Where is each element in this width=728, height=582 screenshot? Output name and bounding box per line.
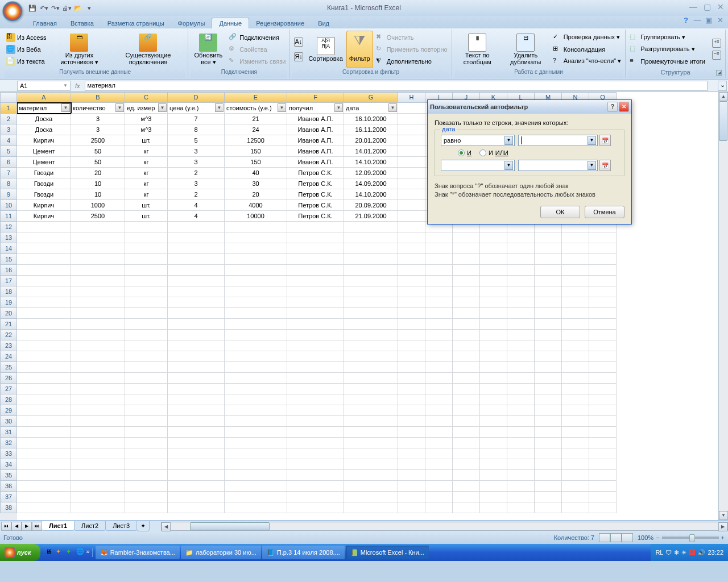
cell[interactable] (453, 362, 480, 373)
cell[interactable]: Кирпич (17, 135, 71, 146)
radio-and[interactable]: И (458, 149, 471, 156)
cell[interactable] (344, 232, 398, 243)
cell[interactable] (480, 384, 507, 394)
cell[interactable] (168, 405, 225, 416)
filter-dropdown-button[interactable]: ▼ (215, 103, 224, 112)
cell[interactable]: 16.11.2000 (344, 124, 398, 135)
zoom-out-button[interactable]: − (656, 534, 659, 541)
cell[interactable]: Доска (17, 124, 71, 135)
cell[interactable] (225, 232, 287, 243)
cell[interactable] (71, 502, 125, 513)
cell[interactable] (17, 459, 71, 470)
cell[interactable] (480, 481, 507, 492)
row-header[interactable]: 25 (0, 362, 17, 373)
cell[interactable] (453, 286, 480, 297)
cell[interactable] (480, 438, 507, 448)
cell[interactable] (225, 448, 287, 459)
filter-dropdown-button[interactable]: ▼ (61, 103, 70, 112)
cell[interactable]: Иванов А.П. (287, 114, 344, 124)
cell[interactable] (425, 232, 453, 243)
cell[interactable] (398, 427, 425, 438)
cell[interactable] (425, 405, 453, 416)
cell[interactable]: получил▼ (287, 103, 344, 114)
scrollbar-thumb-horizontal[interactable] (190, 522, 270, 530)
minimize-icon[interactable]: — (688, 2, 698, 11)
cell[interactable]: 2500 (71, 135, 125, 146)
filter-dropdown-button[interactable]: ▼ (334, 103, 343, 112)
cell[interactable]: 2 (168, 168, 225, 178)
cell[interactable] (225, 373, 287, 384)
cell[interactable] (17, 470, 71, 481)
cell[interactable] (287, 351, 344, 362)
row-header[interactable]: 15 (0, 254, 17, 265)
cell[interactable] (125, 481, 168, 492)
tray-clock[interactable]: 23:22 (708, 549, 723, 556)
cell[interactable] (562, 330, 589, 340)
cell[interactable] (589, 265, 617, 276)
qat-more-icon[interactable]: ▾ (84, 3, 94, 13)
condition1-date-picker-button[interactable]: 📅 (599, 135, 611, 146)
cell[interactable] (562, 384, 589, 394)
cell[interactable]: 12500 (225, 135, 287, 146)
cell[interactable] (398, 103, 425, 114)
cell[interactable] (453, 276, 480, 286)
cell[interactable] (398, 124, 425, 135)
column-header[interactable]: F (287, 92, 344, 103)
cell[interactable] (480, 448, 507, 459)
cell[interactable]: 10000 (225, 211, 287, 222)
cell[interactable]: 3 (168, 178, 225, 189)
cell[interactable] (168, 427, 225, 438)
redo-icon[interactable]: ↷▾ (50, 3, 60, 13)
cell[interactable] (562, 405, 589, 416)
cell[interactable] (225, 254, 287, 265)
cell[interactable] (344, 502, 398, 513)
cell[interactable]: Петров С.К. (287, 189, 344, 200)
cell[interactable] (425, 438, 453, 448)
cell[interactable]: Цемент (17, 157, 71, 168)
ok-button[interactable]: ОК (540, 206, 580, 218)
cell[interactable] (535, 243, 562, 254)
cell[interactable] (344, 492, 398, 502)
cell[interactable] (535, 481, 562, 492)
cell[interactable] (287, 319, 344, 330)
cell[interactable] (125, 427, 168, 438)
cell[interactable] (17, 384, 71, 394)
cell[interactable] (507, 319, 535, 330)
cell[interactable]: Петров С.К. (287, 200, 344, 211)
cell[interactable]: 14.10.2000 (344, 157, 398, 168)
cell[interactable] (17, 232, 71, 243)
tray-icon[interactable]: ✳ (681, 549, 686, 556)
cell[interactable] (535, 351, 562, 362)
cell[interactable]: 3 (168, 157, 225, 168)
cell[interactable] (125, 222, 168, 232)
cell[interactable] (535, 340, 562, 351)
cell[interactable] (398, 135, 425, 146)
cell[interactable]: Петров С.К. (287, 211, 344, 222)
cell[interactable]: 24 (225, 124, 287, 135)
tab-insert[interactable]: Вставка (64, 18, 101, 28)
ql-more-icon[interactable]: » (86, 548, 90, 557)
cell[interactable] (71, 276, 125, 286)
cell[interactable] (425, 481, 453, 492)
cell[interactable] (398, 362, 425, 373)
cell[interactable] (17, 254, 71, 265)
condition1-value-combo[interactable]: ▼ (518, 135, 598, 146)
filter-dropdown-button[interactable]: ▼ (388, 103, 397, 112)
cell[interactable]: 20 (225, 189, 287, 200)
view-layout-button[interactable] (610, 533, 622, 542)
save-icon[interactable]: 💾 (27, 3, 38, 13)
cell[interactable]: 8 (168, 124, 225, 135)
row-header[interactable]: 12 (0, 222, 17, 232)
cell[interactable] (589, 373, 617, 384)
help-icon[interactable]: ? (681, 16, 690, 25)
cell[interactable] (225, 362, 287, 373)
cell[interactable] (480, 459, 507, 470)
whatif-button[interactable]: ?Анализ "что-если" ▾ (551, 56, 623, 67)
remove-duplicates-button[interactable]: ⊟Удалить дубликаты (502, 31, 550, 68)
view-normal-button[interactable] (599, 533, 610, 542)
row-header[interactable]: 30 (0, 416, 17, 427)
cell[interactable] (287, 297, 344, 308)
cell[interactable] (453, 340, 480, 351)
row-header[interactable]: 6 (0, 157, 17, 168)
cell[interactable]: материал▼ (17, 103, 71, 114)
